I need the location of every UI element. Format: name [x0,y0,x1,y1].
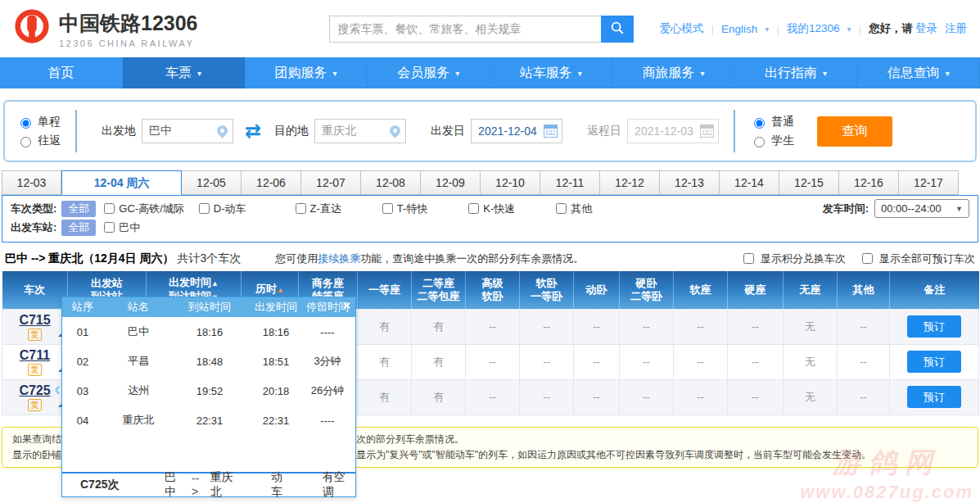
query-button[interactable]: 查询 [817,116,892,147]
passenger-type-radios: 普通 学生 [750,115,794,148]
filter-k-checkbox[interactable]: K-快速 [468,202,515,216]
seat-motor-sleeper: -- [574,379,620,415]
seat-second-class: 有 [412,309,466,344]
stop-row: 01巴中18:1618:16---- [62,317,355,347]
result-summary-row: 巴中 --> 重庆北 （12月4日 周六） 共计3个车次 您可使用接续换乘功能，… [5,251,975,266]
book-button[interactable]: 预订 [907,315,961,338]
nav-item-info-query[interactable]: 信息查询▾ [857,57,980,88]
filter-d-checkbox[interactable]: D-动车 [199,202,246,216]
train-number-link[interactable]: C715 [3,313,66,328]
date-tab[interactable]: 12-05 [182,170,242,195]
stop-name-header: 站名 [103,300,174,315]
col-train-no[interactable]: 车次 [2,271,68,309]
seat-other: -- [838,309,890,344]
date-tab[interactable]: 12-17 [899,170,959,195]
nav-item-home[interactable]: 首页 [0,57,123,88]
chevron-down-icon: ▾ [578,69,582,78]
seat-premium-soft-sleeper: -- [466,309,520,344]
oneway-radio[interactable]: 单程 [16,115,61,129]
filter-t-checkbox[interactable]: T-特快 [382,202,428,216]
nav-item-travel-guide[interactable]: 出行指南▾ [735,57,858,88]
popup-train-number: C725次 [80,478,135,492]
popup-train-type: 动车 [271,470,293,500]
trip-type-radios: 单程 往返 [16,115,61,148]
railway-logo-icon [13,8,51,49]
register-link[interactable]: 注册 [945,21,967,36]
logo-subtitle: 12306 CHINA RAILWAY [59,39,198,48]
col-soft-sleeper: 软卧一等卧 [520,271,574,309]
swap-stations-icon[interactable]: ⇄ [245,121,261,141]
search-button[interactable] [601,16,634,43]
train-stops-popup: ‹ 站序 站名 到站时间 出发时间 停留时间 × 01巴中18:1618:16-… [61,297,356,497]
date-tab-active[interactable]: 12-04 周六 [61,170,182,195]
close-icon[interactable]: × [343,299,350,311]
calendar-icon[interactable] [544,125,558,138]
date-tab[interactable]: 12-11 [540,170,600,195]
depart-time-select[interactable]: 00:00--24:00 ▼ [874,199,969,218]
logo[interactable]: 中国铁路12306 12306 CHINA RAILWAY [13,8,198,49]
divider [734,110,735,152]
filter-z-checkbox[interactable]: Z-直达 [296,202,341,216]
date-summary: （12月4日 周六） [83,252,174,266]
ticket-query-panel: 单程 往返 出发地 ⇄ 目的地 出发日 返程日 普通 学生 查询 [3,100,977,162]
student-radio[interactable]: 学生 [750,134,794,148]
book-button[interactable]: 预订 [907,351,961,373]
normal-radio-input[interactable] [754,118,765,129]
my12306-link[interactable]: 我的12306 [787,21,840,36]
date-tab[interactable]: 12-10 [481,170,540,195]
nav-item-station-services[interactable]: 站车服务▾ [490,57,613,88]
popup-callout-arrow: ‹ [54,379,61,399]
fuxing-badge: 复 [28,399,42,411]
transfer-link[interactable]: 接续换乘 [318,252,360,265]
student-radio-input[interactable] [754,137,765,147]
nav-item-group-services[interactable]: 团购服务▾ [245,57,368,88]
depart-station-all-badge[interactable]: 全部 [61,220,96,236]
seat-premium-soft-sleeper: -- [466,344,520,379]
depart-station-label: 出发车站: [11,220,56,235]
seat-no-seat: 无 [784,309,838,344]
book-button[interactable]: 预订 [907,386,961,408]
filter-other-checkbox[interactable]: 其他 [556,202,592,216]
seat-hard-seat: -- [728,309,784,344]
oneway-radio-input[interactable] [20,118,31,129]
roundtrip-radio[interactable]: 往返 [16,134,61,148]
col-first-class: 一等座 [358,271,412,309]
date-tab[interactable]: 12-08 [361,170,421,195]
date-tab[interactable]: 12-03 [2,170,61,195]
calendar-icon [700,125,714,138]
filter-gc-checkbox[interactable]: GC-高铁/城际 [104,202,183,216]
nav-item-member-services[interactable]: 会员服务▾ [368,57,490,88]
transfer-hint: 您可使用接续换乘功能，查询途中换乘一次的部分列车余票情况。 [275,252,584,266]
greeting-text: 您好，请 [869,21,913,36]
normal-radio[interactable]: 普通 [750,115,794,129]
seat-soft-sleeper: -- [520,379,574,415]
date-tab[interactable]: 12-09 [421,170,481,195]
chevron-down-icon: ▾ [333,69,337,78]
date-tab[interactable]: 12-13 [660,170,720,195]
seat-hard-sleeper: -- [620,344,674,379]
roundtrip-radio-input[interactable] [20,137,31,147]
date-tab[interactable]: 12-15 [779,170,839,195]
main-nav: 首页 车票▾ 团购服务▾ 会员服务▾ 站车服务▾ 商旅服务▾ 出行指南▾ 信息查… [0,57,980,88]
nav-item-tickets[interactable]: 车票▾ [123,57,246,88]
chevron-down-icon: ▾ [455,69,459,78]
date-tab[interactable]: 12-12 [600,170,660,195]
show-all-bookable-checkbox[interactable]: 显示全部可预订车次 [859,251,975,266]
station-bazhong-checkbox[interactable]: 巴中 [104,220,140,235]
chevron-down-icon: ▾ [700,69,704,78]
login-link[interactable]: 登录 [915,21,937,36]
col-remarks: 备注 [890,271,979,309]
nav-item-business-services[interactable]: 商旅服务▾ [612,57,735,88]
seat-first-class: 有 [358,309,412,344]
train-number-link[interactable]: C711 [3,348,66,363]
date-tab[interactable]: 12-07 [301,170,361,195]
date-tab[interactable]: 12-16 [839,170,899,195]
show-points-trains-checkbox[interactable]: 显示积分兑换车次 [740,251,846,266]
care-mode-link[interactable]: 爱心模式 [660,21,704,36]
train-type-all-badge[interactable]: 全部 [61,201,96,217]
date-tab[interactable]: 12-06 [242,170,301,195]
language-link[interactable]: English [721,23,757,35]
date-tab[interactable]: 12-14 [720,170,779,195]
chevron-down-icon: ▾ [765,25,769,34]
search-input[interactable] [329,16,601,43]
